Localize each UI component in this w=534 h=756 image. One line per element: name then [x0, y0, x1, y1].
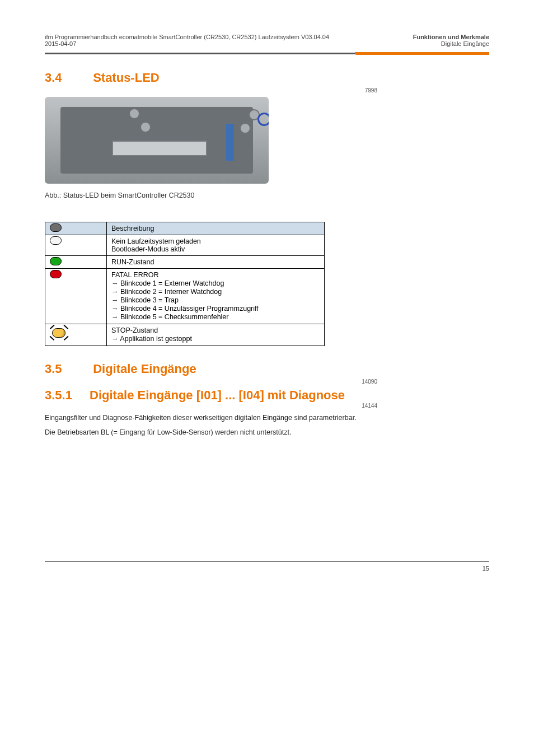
header-date: 2015-04-07 — [45, 40, 76, 47]
row-green: RUN-Zustand — [107, 256, 325, 269]
paragraph-2: Die Betriebsarten BL (= Eingang für Low-… — [45, 427, 489, 438]
s2-num: 3.5 — [45, 362, 90, 376]
led-white-icon — [50, 236, 62, 245]
row-flash: STOP-Zustand → Applikation ist gestoppt — [107, 324, 325, 346]
th-led-color: LED-Farbe — [45, 222, 107, 235]
row-white-line0: Kein Laufzeitsystem geladen — [111, 237, 320, 245]
led-off-icon — [50, 223, 62, 232]
paragraph-1: Eingangsfilter und Diagnose-Fähigkeiten … — [45, 412, 489, 423]
bullet-b5: Blinkcode 5 = Checksummenfehler — [120, 313, 229, 321]
subsection-digital-inputs-diag: 3.5.1 Digitale Eingänge [I01] ... [I04] … — [45, 388, 489, 403]
s2-sub-a: Digitale Eingänge [I — [90, 388, 204, 402]
led-table: LED-Farbe Beschreibung Kein Laufzeitsyst… — [45, 222, 325, 346]
led-red-icon — [50, 270, 62, 278]
bullet-b4: Blinkcode 4 = Unzulässiger Programmzugri… — [120, 305, 259, 312]
header-rule — [45, 53, 489, 55]
led-callout-circle — [257, 113, 269, 126]
page-footer: 15 — [45, 561, 489, 572]
device-image — [45, 97, 269, 184]
page-number: 15 — [483, 565, 489, 572]
led-flash-icon — [50, 325, 68, 340]
s2-sub-b: 04] mit Diagnose — [246, 388, 345, 402]
row-red-header: FATAL ERROR — [111, 271, 320, 279]
section-status-led: 3.4 Status-LED — [45, 71, 489, 85]
image-caption: Abb.: Status-LED beim SmartController CR… — [45, 192, 489, 199]
section-num: 3.4 — [45, 71, 90, 85]
s2-sub-code: 14144 — [45, 403, 489, 409]
s2-sub-num: 3.5.1 — [45, 388, 90, 403]
led-green-icon — [50, 257, 62, 265]
row-white: Kein Laufzeitsystem geladen Bootloader-M… — [107, 235, 325, 256]
row-red: FATAL ERROR → Blinkcode 1 = Externer Wat… — [107, 269, 325, 324]
bullet-b1: Blinkcode 1 = Externer Watchdog — [120, 279, 224, 287]
s2-title: Digitale Eingänge — [93, 362, 196, 376]
s2-sub-mid: 01] ... [I — [204, 388, 246, 402]
section-digital-inputs: 3.5 Digitale Eingänge — [45, 362, 489, 376]
header-right: Funktionen und Merkmale — [413, 34, 489, 40]
header-right-sub: Digitale Eingänge — [441, 40, 489, 47]
section-code: 7998 — [45, 87, 489, 94]
th-description: Beschreibung — [107, 222, 325, 235]
s2-code: 14090 — [45, 379, 489, 385]
bullet-s1: Applikation ist gestoppt — [120, 335, 192, 343]
section-title: Status-LED — [93, 71, 160, 85]
bullet-b2: Blinkcode 2 = Interner Watchdog — [120, 288, 222, 296]
bullet-b3: Blinkcode 3 = Trap — [120, 296, 179, 304]
row-flash-header: STOP-Zustand — [111, 326, 320, 334]
header-left-top: ifm Programmierhandbuch ecomatmobile Sma… — [45, 34, 329, 40]
row-white-line1: Bootloader-Modus aktiv — [111, 245, 320, 253]
